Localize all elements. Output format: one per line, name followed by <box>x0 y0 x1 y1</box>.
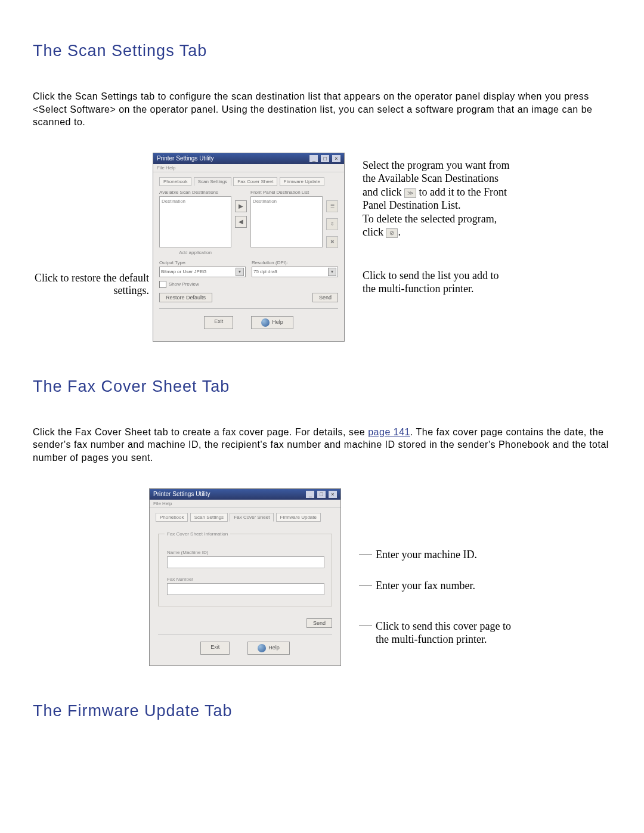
move-right-button[interactable]: ▶ <box>235 200 247 212</box>
tab-scan-settings[interactable]: Scan Settings <box>190 513 228 522</box>
window-titlebar: Printer Settings Utility _ □ × <box>153 153 344 164</box>
restore-defaults-button[interactable]: Restore Defaults <box>159 293 212 302</box>
maximize-icon[interactable]: □ <box>321 155 329 162</box>
globe-icon <box>261 318 270 327</box>
help-button[interactable]: Help <box>247 642 290 655</box>
move-left-button[interactable]: ◀ <box>235 216 247 228</box>
show-preview-checkbox[interactable] <box>159 281 166 288</box>
minimize-icon[interactable]: _ <box>306 491 314 498</box>
scan-settings-paragraph: Click the Scan Settings tab to configure… <box>33 90 611 129</box>
callout-restore-defaults: Click to restore the default settings. <box>33 153 153 298</box>
fax-cover-heading: The Fax Cover Sheet Tab <box>33 377 611 396</box>
callout-machine-id: Enter your machine ID. <box>376 548 477 562</box>
window-title: Printer Settings Utility <box>153 491 210 498</box>
available-list-label: Available Scan Destinations <box>159 190 231 195</box>
machine-id-label: Name (Machine ID) <box>167 550 323 555</box>
show-preview-label: Show Preview <box>169 281 199 287</box>
output-type-dropdown[interactable]: Bitmap or User JPEG▾ <box>159 267 246 277</box>
fax-number-label: Fax Number <box>167 577 323 582</box>
add-application-label: Add application <box>159 250 231 255</box>
send-button[interactable]: Send <box>306 618 332 628</box>
callout-send-list: Click to send the list you add to the mu… <box>363 269 512 296</box>
available-list[interactable]: Destination <box>159 196 231 247</box>
output-type-label: Output Type: <box>159 260 246 265</box>
scan-settings-heading: The Scan Settings Tab <box>33 42 611 60</box>
window-titlebar: Printer Settings Utility _ □ × <box>150 489 340 500</box>
frontpanel-list[interactable]: Destination <box>250 196 323 247</box>
tab-strip: Phonebook Scan Settings Fax Cover Sheet … <box>150 508 340 523</box>
window-controls[interactable]: _ □ × <box>308 155 340 162</box>
fax-cover-figure: Printer Settings Utility _ □ × File Help… <box>33 488 611 666</box>
resolution-label: Resolution (DPI): <box>252 260 338 265</box>
window-controls[interactable]: _ □ × <box>305 491 337 498</box>
list-icon[interactable]: ☰ <box>326 200 338 212</box>
frontpanel-list-label: Front Panel Destination List <box>250 190 323 195</box>
close-icon[interactable]: × <box>332 155 340 162</box>
tab-fax-cover[interactable]: Fax Cover Sheet <box>230 513 274 522</box>
help-button[interactable]: Help <box>251 316 293 329</box>
tab-scan-settings[interactable]: Scan Settings <box>194 177 231 186</box>
fax-number-input[interactable] <box>167 583 324 595</box>
fax-cover-paragraph: Click the Fax Cover Sheet tab to create … <box>33 426 611 465</box>
globe-icon <box>258 644 266 652</box>
machine-id-input[interactable] <box>167 556 324 568</box>
tab-phonebook[interactable]: Phonebook <box>159 177 191 186</box>
callout-fax-number: Enter your fax number. <box>376 579 475 593</box>
tab-firmware[interactable]: Firmware Update <box>280 177 324 186</box>
tab-fax-cover[interactable]: Fax Cover Sheet <box>233 177 277 186</box>
firmware-update-heading: The Firmware Update Tab <box>33 702 611 720</box>
maximize-icon[interactable]: □ <box>317 491 326 498</box>
fax-cover-window: Printer Settings Utility _ □ × File Help… <box>149 488 341 666</box>
menu-bar[interactable]: File Help <box>150 500 340 508</box>
tab-firmware[interactable]: Firmware Update <box>276 513 321 522</box>
exit-button[interactable]: Exit <box>204 316 233 329</box>
minimize-icon[interactable]: _ <box>309 155 318 162</box>
chevron-down-icon[interactable]: ▾ <box>328 268 336 276</box>
page-141-link[interactable]: page 141 <box>368 427 410 437</box>
remove-icon: ⊘ <box>386 228 398 238</box>
tab-phonebook[interactable]: Phonebook <box>156 513 188 522</box>
callout-send-cover: Click to send this cover page to the mul… <box>376 620 514 646</box>
close-icon[interactable]: × <box>329 491 337 498</box>
menu-bar[interactable]: File Help <box>153 164 344 172</box>
delete-icon[interactable]: ✖ <box>326 236 338 248</box>
chevron-down-icon[interactable]: ▾ <box>236 268 244 276</box>
scan-settings-figure: Click to restore the default settings. P… <box>33 153 611 342</box>
scan-settings-window: Printer Settings Utility _ □ × File Help… <box>153 153 345 342</box>
tab-strip: Phonebook Scan Settings Fax Cover Sheet … <box>153 172 344 187</box>
callout-add-delete: Select the program you want from the Ava… <box>363 159 512 239</box>
move-icon[interactable]: ⇕ <box>326 218 338 230</box>
send-button[interactable]: Send <box>312 293 338 302</box>
cover-sheet-groupbox: Fax Cover Sheet Information Name (Machin… <box>158 534 332 606</box>
window-title: Printer Settings Utility <box>157 155 214 162</box>
add-icon: ≫ <box>404 188 416 198</box>
exit-button[interactable]: Exit <box>200 642 230 655</box>
resolution-dropdown[interactable]: 75 dpi draft▾ <box>252 267 338 277</box>
groupbox-title: Fax Cover Sheet Information <box>165 531 230 537</box>
